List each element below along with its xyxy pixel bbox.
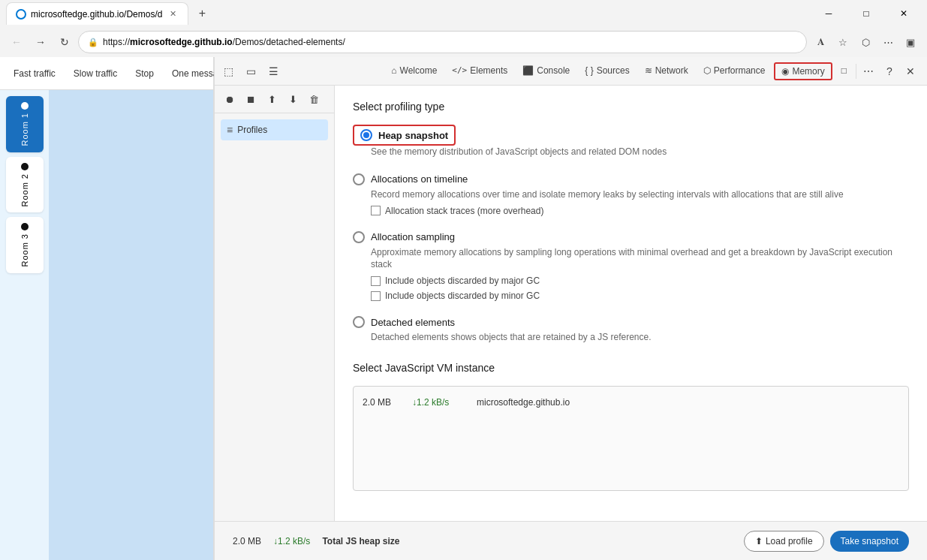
heap-snapshot-selected-box[interactable]: Heap snapshot	[353, 125, 456, 146]
allocation-sampling-row: Allocation sampling	[353, 231, 909, 243]
tab-close-button[interactable]: ✕	[167, 8, 179, 20]
favorites-icon[interactable]: ☆	[832, 32, 853, 53]
new-tab-button[interactable]: +	[191, 3, 212, 24]
allocation-sampling-option: Allocation sampling Approximate memory a…	[353, 231, 909, 302]
bottom-label: Total JS heap size	[322, 536, 399, 546]
allocations-timeline-desc: Record memory allocations over time and …	[371, 188, 909, 201]
console-icon: ⬛	[522, 65, 534, 76]
sources-label: Sources	[597, 65, 630, 76]
back-button[interactable]: ←	[6, 32, 27, 53]
close-devtools-icon[interactable]: ✕	[900, 61, 921, 82]
vm-traffic: ↓1.2 kB/s	[412, 397, 465, 408]
profiles-item[interactable]: ≡ Profiles	[221, 119, 328, 140]
memory-label: Memory	[792, 66, 824, 77]
main-area: Fast traffic Slow traffic Stop One messa…	[0, 57, 927, 560]
tab-network[interactable]: ≋ Network	[637, 61, 696, 82]
dt-action-bar: ⏺ ⏹ ⬆ ⬇ 🗑	[215, 86, 334, 113]
rooms-sidebar: Room 1 Room 2 Room 3	[0, 90, 49, 560]
tab-more-tools[interactable]: □	[834, 61, 854, 82]
device-toggle-icon[interactable]: ▭	[240, 61, 261, 82]
more-tabs-icon[interactable]: ⋯	[858, 61, 879, 82]
profiling-section-title: Select profiling type	[353, 101, 909, 113]
search-icon[interactable]: ☰	[263, 61, 284, 82]
inspect-element-icon[interactable]: ⬚	[218, 61, 239, 82]
console-label: Console	[537, 65, 570, 76]
tab-favicon	[16, 9, 26, 20]
alloc-stack-checkbox[interactable]	[371, 206, 381, 215]
allocation-sampling-radio[interactable]	[353, 231, 365, 243]
elements-icon: </>	[452, 65, 467, 75]
dt-left-panel: ⏺ ⏹ ⬆ ⬇ 🗑 ≡ Profiles	[215, 86, 335, 521]
vm-instance-row: 2.0 MB ↓1.2 kB/s microsoftedge.github.io	[363, 394, 899, 411]
room-2-card[interactable]: Room 2	[6, 157, 44, 213]
browser-extensions-icon[interactable]: ⬡	[855, 32, 876, 53]
dt-right-panel: Select profiling type Heap snapshot See …	[335, 86, 927, 521]
allocation-sampling-label: Allocation sampling	[371, 231, 455, 242]
heap-snapshot-label: Heap snapshot	[378, 130, 448, 141]
minor-gc-row: Include objects discarded by minor GC	[371, 291, 909, 301]
allocations-timeline-radio[interactable]	[353, 173, 365, 185]
room-3-card[interactable]: Room 3	[6, 217, 44, 273]
major-gc-checkbox[interactable]	[371, 276, 381, 286]
alloc-stack-label: Allocation stack traces (more overhead)	[385, 206, 543, 216]
detached-elements-desc: Detached elements shows objects that are…	[371, 331, 909, 344]
bottom-info: 2.0 MB ↓1.2 kB/s Total JS heap size	[233, 536, 400, 546]
stop-button[interactable]: Stop	[128, 64, 161, 83]
more-settings-icon[interactable]: ⋯	[877, 32, 898, 53]
download-button[interactable]: ⬇	[284, 90, 302, 108]
sidebar-toggle-icon[interactable]: ▣	[900, 32, 921, 53]
tab-elements[interactable]: </> Elements	[444, 61, 515, 82]
heap-snapshot-option: Heap snapshot See the memory distributio…	[353, 125, 909, 158]
fast-traffic-button[interactable]: Fast traffic	[6, 64, 63, 83]
network-label: Network	[655, 65, 688, 76]
url-text: https://microsoftedge.github.io/Demos/de…	[103, 37, 345, 47]
clear-button[interactable]: 🗑	[305, 90, 323, 108]
refresh-button[interactable]: ↻	[54, 32, 75, 53]
upload-button[interactable]: ⬆	[263, 90, 281, 108]
load-profile-label: Load profile	[766, 536, 813, 546]
detached-elements-option: Detached elements Detached elements show…	[353, 316, 909, 344]
tab-console[interactable]: ⬛ Console	[515, 61, 577, 82]
page-toolbar: Fast traffic Slow traffic Stop One messa…	[0, 57, 213, 90]
room-3-dot	[21, 223, 29, 230]
slow-traffic-button[interactable]: Slow traffic	[66, 64, 125, 83]
tab-memory[interactable]: ◉ Memory	[774, 62, 832, 80]
tab-performance[interactable]: ⬡ Performance	[696, 61, 773, 82]
tab-sources[interactable]: { } Sources	[577, 61, 637, 82]
tab-welcome[interactable]: ⌂ Welcome	[384, 61, 444, 82]
window-controls: ─ □ ✕	[811, 2, 921, 25]
take-snapshot-button[interactable]: Take snapshot	[830, 531, 909, 552]
forward-button[interactable]: →	[30, 32, 51, 53]
allocations-timeline-option: Allocations on timeline Record memory al…	[353, 173, 909, 216]
address-icons: 𝐀 ☆ ⬡ ⋯ ▣	[810, 32, 921, 53]
active-tab[interactable]: microsoftedge.github.io/Demos/d ✕	[6, 2, 188, 25]
read-aloud-icon[interactable]: 𝐀	[810, 32, 831, 53]
heap-snapshot-radio[interactable]	[360, 129, 372, 141]
tab-strip: microsoftedge.github.io/Demos/d ✕ +	[6, 2, 808, 25]
vm-instance-box[interactable]: 2.0 MB ↓1.2 kB/s microsoftedge.github.io	[353, 386, 909, 491]
minor-gc-checkbox[interactable]	[371, 291, 381, 301]
help-icon[interactable]: ?	[879, 61, 900, 82]
room-1-label: Room 1	[20, 113, 29, 146]
performance-icon: ⬡	[703, 65, 711, 76]
maximize-button[interactable]: □	[849, 2, 883, 25]
stop-record-button[interactable]: ⏹	[242, 90, 260, 108]
url-bar[interactable]: 🔒 https://microsoftedge.github.io/Demos/…	[78, 31, 807, 53]
memory-icon: ◉	[781, 66, 789, 77]
vm-domain: microsoftedge.github.io	[477, 397, 570, 408]
detached-elements-radio[interactable]	[353, 316, 365, 328]
more-tools-icon: □	[841, 65, 847, 76]
bottom-size: 2.0 MB	[233, 536, 261, 546]
dt-bottom-bar: 2.0 MB ↓1.2 kB/s Total JS heap size ⬆ Lo…	[215, 521, 927, 560]
tab-title: microsoftedge.github.io/Demos/d	[31, 9, 162, 20]
profiles-section: ≡ Profiles	[215, 113, 334, 146]
vm-section-title: Select JavaScript VM instance	[353, 362, 909, 374]
close-window-button[interactable]: ✕	[886, 2, 921, 25]
room-1-card[interactable]: Room 1	[6, 96, 44, 152]
allocation-sampling-desc: Approximate memory allocations by sampli…	[371, 246, 909, 272]
address-bar: ← → ↻ 🔒 https://microsoftedge.github.io/…	[0, 27, 927, 57]
load-profile-button[interactable]: ⬆ Load profile	[744, 531, 824, 552]
record-button[interactable]: ⏺	[221, 90, 239, 108]
detached-elements-label: Detached elements	[371, 317, 455, 328]
minimize-button[interactable]: ─	[811, 2, 846, 25]
